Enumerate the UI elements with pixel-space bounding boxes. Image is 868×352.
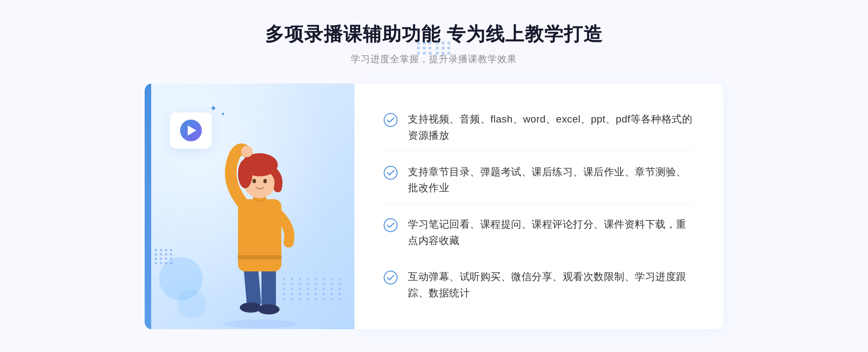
dot-pattern xyxy=(283,278,344,300)
deco-circle-small xyxy=(177,289,206,318)
feature-text-2: 支持章节目录、弹题考试、课后练习、课后作业、章节测验、批改作业 xyxy=(408,164,694,197)
feature-item-2: 支持章节目录、弹题考试、课后练习、课后作业、章节测验、批改作业 xyxy=(383,157,694,204)
feature-item-3: 学习笔记回看、课程提问、课程评论打分、课件资料下载，重点内容收藏 xyxy=(383,209,694,257)
svg-point-3 xyxy=(240,302,261,313)
sparkle-decoration-2: ✦ xyxy=(221,111,225,117)
svg-point-12 xyxy=(241,146,253,157)
feature-text-4: 互动弹幕、试听购买、微信分享、观看次数限制、学习进度跟踪、数据统计 xyxy=(408,269,694,301)
sparkle-decoration-1: ✦ xyxy=(210,103,217,113)
check-icon-1 xyxy=(383,113,398,127)
main-title: 多项录播课辅助功能 专为线上教学打造 xyxy=(265,22,603,47)
svg-point-9 xyxy=(238,159,252,188)
content-area: » ✦ ✦ xyxy=(145,83,723,329)
svg-point-17 xyxy=(384,271,397,284)
svg-point-14 xyxy=(384,113,397,126)
deco-dots-left xyxy=(417,42,432,55)
check-icon-2 xyxy=(383,166,398,180)
feature-item-1: 支持视频、音频、flash、word、excel、ppt、pdf等各种格式的资源… xyxy=(383,104,694,151)
feature-text-1: 支持视频、音频、flash、word、excel、ppt、pdf等各种格式的资源… xyxy=(408,111,694,144)
svg-point-4 xyxy=(258,304,280,314)
svg-point-0 xyxy=(224,319,296,328)
check-icon-4 xyxy=(383,270,398,285)
subtitle: 学习进度全掌握，提升录播课教学效果 xyxy=(265,53,603,65)
blue-accent-bar xyxy=(145,83,151,329)
svg-rect-13 xyxy=(237,255,282,259)
svg-point-10 xyxy=(252,179,256,183)
title-row: 多项录播课辅助功能 专为线上教学打造 xyxy=(265,22,603,47)
svg-point-11 xyxy=(263,179,267,183)
illustration-area: ✦ ✦ xyxy=(145,83,354,329)
svg-point-15 xyxy=(384,166,397,179)
deco-lines xyxy=(155,249,173,264)
feature-item-4: 互动弹幕、试听购买、微信分享、观看次数限制、学习进度跟踪、数据统计 xyxy=(383,262,694,309)
page-container: 多项录播课辅助功能 专为线上教学打造 学习进度全掌握，提升录播课教学效果 » xyxy=(0,0,868,352)
deco-dots-right xyxy=(436,42,451,55)
svg-point-16 xyxy=(384,219,397,232)
check-icon-3 xyxy=(383,218,398,232)
features-area: 支持视频、音频、flash、word、excel、ppt、pdf等各种格式的资源… xyxy=(354,83,723,329)
header-section: 多项录播课辅助功能 专为线上教学打造 学习进度全掌握，提升录播课教学效果 xyxy=(265,22,603,65)
feature-text-3: 学习笔记回看、课程提问、课程评论打分、课件资料下载，重点内容收藏 xyxy=(408,216,694,249)
